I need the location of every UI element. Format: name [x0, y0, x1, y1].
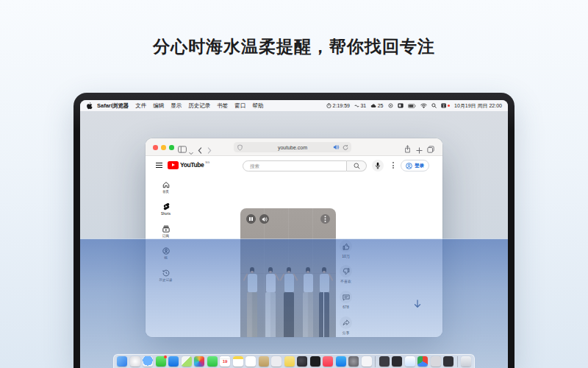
forward-icon[interactable]	[207, 144, 212, 157]
dock-separator	[457, 356, 458, 367]
dock-icon-finder[interactable]	[117, 356, 127, 367]
url-text: youtube.com	[278, 145, 307, 150]
sidebar-item-home[interactable]: 首页	[146, 176, 186, 198]
microphone-icon	[375, 162, 381, 169]
dock-icon-maps[interactable]	[182, 356, 192, 367]
subscriptions-icon	[162, 225, 170, 233]
wifi-icon[interactable]	[420, 103, 427, 108]
reload-icon[interactable]	[343, 144, 348, 152]
dock-icon-safari[interactable]	[143, 356, 153, 367]
dock-icon-phone[interactable]	[362, 356, 372, 367]
timer-icon	[326, 103, 331, 108]
dock-icon-cloud[interactable]	[405, 356, 415, 367]
cloud-count-status[interactable]: 25	[370, 103, 383, 108]
kebab-icon	[324, 216, 326, 222]
dock-icon-facetime[interactable]	[207, 356, 218, 367]
pause-button[interactable]	[246, 214, 256, 224]
sidebar-item-subscriptions[interactable]: 订阅	[146, 220, 186, 242]
dock-icon-tv[interactable]	[310, 356, 320, 367]
app-menu-icon[interactable]	[398, 103, 404, 108]
spotlight-icon[interactable]	[431, 103, 437, 108]
dock-icon-app-store[interactable]	[336, 356, 346, 367]
search-input[interactable]	[243, 160, 347, 171]
sidebar-item-you[interactable]: 我	[146, 242, 186, 264]
volume-button[interactable]	[259, 214, 269, 224]
zoom-window-button[interactable]	[169, 145, 174, 150]
dock-icon-app-dark-1[interactable]	[379, 356, 390, 367]
share-icon[interactable]	[404, 143, 411, 156]
youtube-header: YouTube SG 登录	[146, 156, 442, 176]
dancer-figure	[301, 267, 315, 337]
safari-window[interactable]: youtube.com YouTub	[146, 138, 442, 337]
person-icon	[406, 163, 412, 169]
sidebar-toggle-icon[interactable]	[178, 143, 187, 156]
back-icon[interactable]	[198, 144, 202, 157]
menubar-item-help[interactable]: 帮助	[252, 102, 263, 110]
dock-icon-app-gray[interactable]	[431, 356, 441, 367]
you-icon	[162, 247, 170, 255]
dock-icon-app-dark-2[interactable]	[392, 356, 402, 367]
youtube-content: 首页 Shorts 订阅 我 历史记录	[146, 176, 442, 337]
dock-icon-globe[interactable]	[297, 356, 307, 367]
menubar-clock[interactable]: 10月19日 周日 22:00	[454, 102, 502, 110]
youtube-logo[interactable]: YouTube SG	[168, 161, 209, 169]
shorts-icon	[162, 202, 170, 210]
dock-separator	[375, 356, 376, 367]
menubar-item-file[interactable]: 文件	[135, 102, 146, 110]
new-tab-icon[interactable]	[416, 144, 423, 157]
menubar-item-safari[interactable]: Safari浏览器	[97, 102, 129, 110]
dock-icon-notes[interactable]	[233, 356, 243, 367]
menubar-item-view[interactable]: 显示	[171, 102, 182, 110]
dock-icon-browser[interactable]	[417, 356, 428, 367]
menubar-item-window[interactable]: 窗口	[234, 102, 245, 110]
dock-icon-calendar[interactable]: 19	[220, 356, 230, 367]
dock-icon-settings[interactable]	[348, 356, 359, 367]
dock-icon-messages[interactable]	[156, 356, 166, 367]
thumbs-down-icon	[343, 268, 350, 275]
menubar-item-bookmarks[interactable]: 书签	[217, 102, 228, 110]
search-button[interactable]	[347, 160, 367, 171]
dislike-button[interactable]: 不喜欢	[336, 265, 356, 283]
comments-button[interactable]: 678	[336, 291, 356, 309]
address-bar[interactable]: youtube.com	[234, 142, 351, 152]
more-options-icon[interactable]	[392, 162, 394, 170]
dock-icon-launchpad[interactable]	[130, 356, 140, 367]
menubar-item-edit[interactable]: 编辑	[153, 102, 164, 110]
share-button[interactable]: 分享	[336, 316, 356, 335]
dock-icon-music[interactable]	[323, 356, 333, 367]
dock-icon-sticky[interactable]	[284, 356, 295, 367]
shorts-video-player[interactable]: MEOVV @MEOVV_OFFICIAL 订阅 BURNING UP 💘 #M…	[240, 208, 336, 337]
sign-in-button[interactable]: 登录	[401, 160, 429, 171]
comment-icon	[343, 294, 350, 301]
video-more-button[interactable]	[320, 214, 330, 224]
dock-icon-books[interactable]	[259, 356, 269, 367]
privacy-shield-icon[interactable]	[237, 144, 243, 152]
sidebar-item-history[interactable]: 历史记录	[146, 264, 186, 286]
menu-icon[interactable]	[156, 163, 162, 169]
dock-icon-mail[interactable]	[168, 356, 179, 367]
wave-count-status[interactable]: 31	[354, 103, 366, 108]
dock-icon-trash[interactable]	[461, 356, 471, 367]
sidebar-item-shorts[interactable]: Shorts	[146, 198, 186, 220]
safari-toolbar: youtube.com	[146, 138, 442, 156]
youtube-play-icon	[168, 161, 179, 169]
voice-search-button[interactable]	[372, 160, 384, 171]
dock-icon-reminders[interactable]	[245, 356, 256, 367]
next-short-button[interactable]	[409, 295, 426, 313]
dock-icon-photos[interactable]	[194, 356, 204, 367]
record-menu-icon[interactable]	[388, 103, 393, 108]
dock-icon-lists[interactable]	[271, 356, 282, 367]
battery-icon[interactable]	[408, 104, 416, 108]
like-button[interactable]: 10万	[336, 240, 356, 258]
mute-audio-icon[interactable]	[333, 144, 340, 151]
dancer-figure	[245, 267, 259, 337]
input-method-icon[interactable]	[441, 103, 451, 108]
close-window-button[interactable]	[153, 145, 158, 150]
minimize-window-button[interactable]	[161, 145, 166, 150]
apple-logo[interactable]	[86, 102, 93, 110]
menubar-item-history[interactable]: 历史记录	[188, 102, 210, 110]
tab-overview-icon[interactable]	[427, 143, 434, 156]
dancer-figure	[317, 267, 331, 337]
focus-timer-status[interactable]: 2:19:59	[326, 103, 350, 108]
dock-icon-app-dark-3[interactable]	[443, 356, 453, 367]
